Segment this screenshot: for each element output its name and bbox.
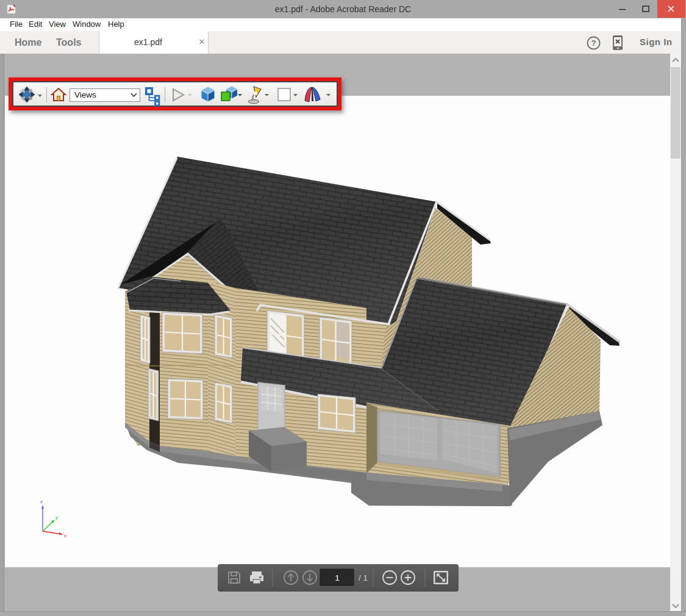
svg-text:z: z — [40, 499, 43, 504]
svg-text:Views: Views — [74, 90, 96, 99]
svg-text:x: x — [64, 533, 66, 539]
svg-text:y: y — [55, 515, 58, 520]
svg-text:/ 1: / 1 — [359, 573, 368, 582]
svg-text:1: 1 — [335, 573, 340, 582]
